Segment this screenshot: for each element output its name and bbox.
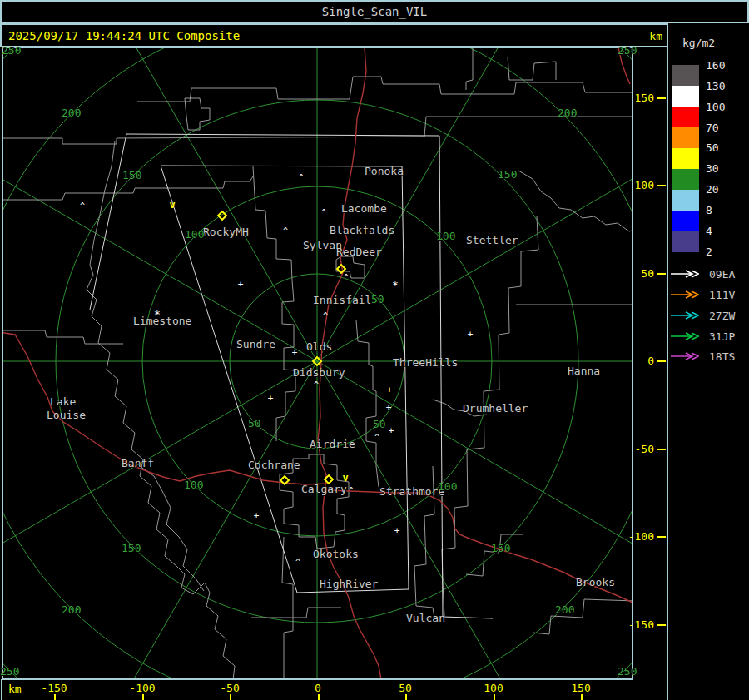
legend-color-box [672,148,699,169]
station-row: 09EA [671,267,735,280]
right-axis-tick-label: 150 [621,92,654,104]
city-label: Strathmore [379,486,444,498]
city-label: HighRiver [320,578,378,590]
station-label: 18TS [709,350,735,363]
right-axis-unit-label: km [634,30,662,42]
station-arrow-icon [671,332,699,340]
city-label: Banff [122,458,154,469]
map-marker-icon: ^ [80,201,85,211]
range-ring-label: 200 [555,604,574,616]
legend-value-label: 100 [706,101,739,113]
radar-viewer-window: Single_Scan_VIL 2025/09/17 19:44:24 UTC … [0,0,749,700]
range-ring-label: 200 [62,604,81,616]
legend-value-label: 130 [706,80,739,92]
map-marker-icon: * [154,310,161,319]
legend-color-box [672,211,699,231]
legend-color-box [672,169,699,190]
map-marker-icon: ^ [323,311,328,320]
station-row: 31JP [671,330,735,343]
bottom-axis-tick-label: 150 [561,683,601,693]
city-label: Olds [306,341,332,353]
city-label: Cochrane [248,459,300,471]
map-marker-icon: ^ [295,558,300,567]
bottom-axis-unit-label: km [8,683,22,695]
legend-units-label: kg/m2 [682,37,715,49]
range-ring-label: 250 [0,666,19,678]
range-ring-label: 200 [558,107,577,119]
station-label: 31JP [709,330,735,343]
map-marker-icon: ^ [349,486,354,495]
map-marker-icon: ^ [299,173,304,182]
map-marker-icon: + [268,394,274,403]
range-ring-label: 250 [2,45,21,57]
city-label: Innisfail [313,295,371,306]
right-axis-tick-label: -100 [621,530,654,543]
city-label: Vulcan [406,613,445,624]
bottom-axis-tick-label: -100 [122,683,162,693]
station-arrow-icon [671,311,699,320]
city-label: Ponoka [365,166,404,177]
bottom-axis-tick-label: -50 [210,683,250,693]
legend-value-label: 70 [706,122,739,134]
legend-color-box [672,86,699,107]
map-marker-icon: + [292,348,298,357]
map-marker-icon: ^ [314,380,319,390]
legend-value-label: 4 [706,225,739,237]
legend-color-box [672,190,699,211]
map-marker-icon: + [254,511,260,520]
city-label: Louise [47,410,86,421]
range-ring-label: 250 [618,45,637,57]
map-marker-icon: * [392,280,399,290]
map-marker-icon: v [342,474,348,483]
city-label: RedDeer [336,246,382,258]
city-label: RockyMH [203,226,249,238]
station-label: 27ZW [709,310,735,322]
range-ring-label: 100 [436,231,455,242]
city-label: Limestone [133,315,191,327]
city-label: Brooks [576,577,615,588]
range-ring-label: 100 [184,479,203,491]
map-marker-icon: + [389,426,394,435]
map-marker-icon: v [169,201,175,210]
station-arrow-icon [671,270,699,278]
station-row: 111V [671,288,735,301]
station-row: 27ZW [671,309,735,322]
right-axis-tick-label: 0 [621,355,654,367]
range-ring-label: 200 [62,107,81,119]
range-ring-label: 100 [438,481,457,493]
radar-map-canvas[interactable] [0,0,749,700]
city-label: Didsbury [293,367,345,379]
city-label: Lacombe [341,203,387,215]
station-label: 111V [709,289,735,301]
range-ring-label: 50 [371,294,384,305]
city-label: Drumheller [463,403,528,415]
city-label: Sundre [236,339,275,350]
legend-value-label: 50 [706,141,739,154]
legend-value-label: 160 [706,59,739,72]
legend-value-label: 2 [706,246,739,258]
map-marker-icon: + [394,526,400,535]
bottom-axis-tick-label: 0 [298,683,338,693]
bottom-axis-tick-label: 100 [474,683,513,693]
header-bar: 2025/09/17 19:44:24 UTC Composite [0,23,668,47]
legend-value-label: 30 [706,162,739,175]
legend-color-box [672,127,699,148]
map-marker-icon: ^ [344,273,349,282]
range-ring-label: 150 [122,543,141,554]
title-bar: Single_Scan_VIL [0,0,749,23]
range-ring-label: 150 [498,169,517,181]
right-axis-tick-label: -150 [621,618,654,631]
range-ring-label: 150 [491,543,510,554]
legend-value-label: 8 [706,204,739,216]
station-arrow-icon [671,352,699,360]
bottom-axis-tick-label: 50 [385,683,425,693]
range-ring-label: 50 [248,418,261,429]
map-marker-icon: + [468,330,474,339]
range-ring-label: 250 [618,666,637,678]
city-label: ThreeHills [393,357,458,369]
map-marker-icon: ^ [374,433,379,442]
city-label: Lake [50,396,76,408]
legend-color-box [672,107,699,127]
map-marker-icon: + [238,280,244,289]
right-axis-tick-label: 100 [621,179,654,191]
